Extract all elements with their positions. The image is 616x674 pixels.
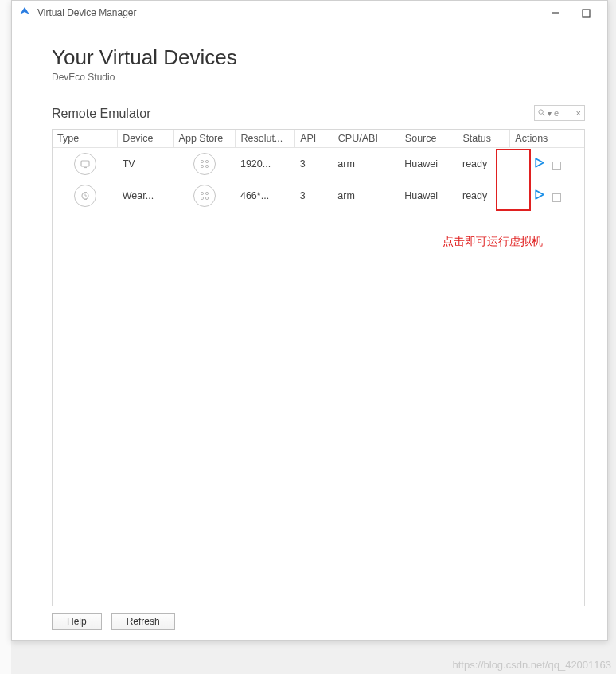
- svg-rect-1: [583, 10, 590, 17]
- cell-device: Wear...: [118, 180, 173, 212]
- refresh-button[interactable]: Refresh: [111, 613, 175, 630]
- search-input[interactable]: ▾ e ×: [534, 105, 585, 121]
- svg-marker-10: [536, 158, 544, 167]
- cell-source: Huawei: [400, 180, 458, 212]
- cell-api: 3: [295, 180, 333, 212]
- action-checkbox[interactable]: [552, 162, 561, 170]
- page-title: Your Virtual Devices: [52, 45, 585, 70]
- section-title: Remote Emulator: [52, 107, 151, 121]
- chevron-down-icon: ▾: [548, 109, 552, 118]
- svg-point-14: [201, 192, 203, 194]
- action-checkbox[interactable]: [552, 193, 561, 202]
- page-subtitle: DevEco Studio: [52, 72, 585, 83]
- col-app-store[interactable]: App Store: [173, 130, 236, 148]
- col-resolution[interactable]: Resolut...: [236, 130, 295, 148]
- clear-search-icon[interactable]: ×: [576, 108, 581, 118]
- virtual-device-manager-window: Virtual Device Manager Your Virtual Devi…: [11, 0, 608, 641]
- svg-point-17: [205, 197, 208, 199]
- search-value: e: [554, 108, 559, 118]
- annotation-text: 点击即可运行虚拟机: [443, 235, 543, 249]
- table-row[interactable]: TV 1920... 3 arm Huawei ready: [53, 148, 584, 181]
- col-status[interactable]: Status: [458, 130, 510, 148]
- app-icon: [18, 6, 31, 19]
- svg-point-2: [539, 109, 543, 113]
- svg-point-16: [201, 197, 203, 199]
- minimize-button[interactable]: [550, 7, 561, 18]
- cell-status: ready: [458, 180, 510, 212]
- cell-api: 3: [295, 148, 333, 181]
- col-api[interactable]: API: [295, 130, 333, 148]
- cell-cpu: arm: [333, 148, 400, 181]
- svg-point-15: [205, 192, 208, 194]
- app-store-icon: [193, 153, 216, 175]
- run-button[interactable]: [533, 189, 545, 201]
- help-button[interactable]: Help: [52, 613, 102, 630]
- svg-line-3: [543, 113, 544, 115]
- cell-cpu: arm: [333, 180, 400, 212]
- col-actions[interactable]: Actions: [510, 130, 584, 148]
- cell-device: TV: [118, 148, 173, 181]
- svg-point-7: [205, 160, 208, 162]
- col-source[interactable]: Source: [400, 130, 458, 148]
- col-cpu[interactable]: CPU/ABI: [333, 130, 400, 148]
- maximize-button[interactable]: [580, 7, 591, 18]
- titlebar: Virtual Device Manager: [12, 1, 607, 25]
- watermark: https://blog.csdn.net/qq_42001163: [453, 659, 612, 671]
- table-header-row: Type Device App Store Resolut... API CPU…: [53, 130, 584, 148]
- table-row[interactable]: Wear... 466*... 3 arm Huawei ready: [53, 180, 584, 212]
- svg-marker-18: [536, 190, 544, 199]
- app-store-icon: [193, 185, 216, 207]
- svg-point-9: [205, 165, 208, 167]
- col-device[interactable]: Device: [118, 130, 173, 148]
- cell-source: Huawei: [400, 148, 458, 181]
- cell-resolution: 1920...: [236, 148, 295, 181]
- cell-status: ready: [458, 148, 510, 181]
- svg-rect-4: [81, 161, 89, 166]
- window-title: Virtual Device Manager: [37, 7, 137, 18]
- tv-icon: [74, 153, 96, 175]
- cell-resolution: 466*...: [236, 180, 295, 212]
- device-table: Type Device App Store Resolut... API CPU…: [52, 129, 585, 606]
- watch-icon: [74, 185, 96, 207]
- col-type[interactable]: Type: [53, 130, 118, 148]
- search-icon: [538, 109, 545, 118]
- run-button[interactable]: [533, 157, 545, 169]
- svg-point-8: [201, 165, 203, 167]
- svg-point-6: [201, 160, 203, 162]
